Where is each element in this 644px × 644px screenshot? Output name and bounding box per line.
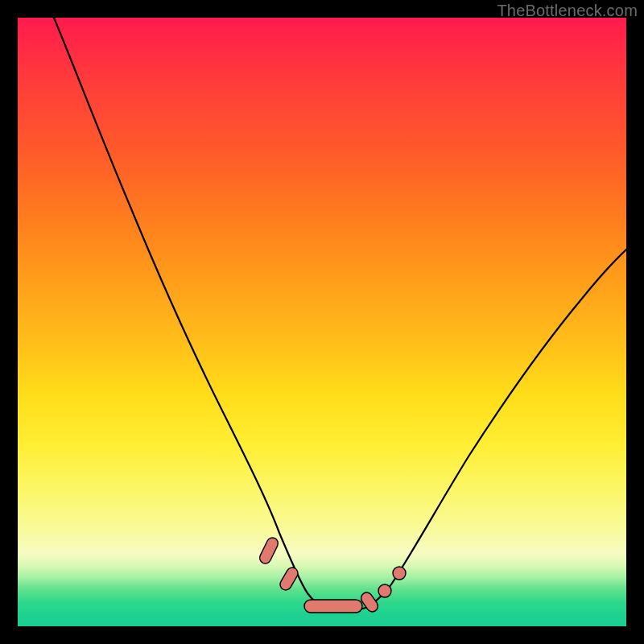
curve-overlay: [18, 18, 626, 626]
marker-bar-bottom: [304, 600, 362, 613]
bottleneck-curve-line: [54, 18, 626, 611]
marker-dot: [278, 566, 299, 592]
marker-dot: [258, 536, 279, 566]
marker-dot: [359, 590, 380, 613]
marker-dot: [393, 567, 406, 580]
optimal-range-markers: [258, 536, 406, 614]
marker-dot: [378, 584, 391, 597]
chart-stage: TheBottleneck.com: [0, 0, 644, 644]
watermark-text: TheBottleneck.com: [497, 2, 638, 20]
plot-area: [18, 18, 626, 626]
